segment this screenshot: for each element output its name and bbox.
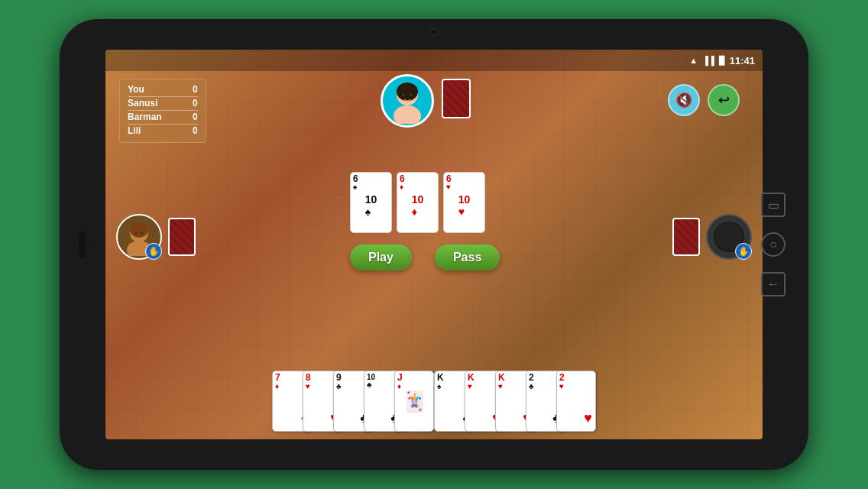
status-bar: ▲ ▐▐ ▉ 11:41 xyxy=(105,50,763,71)
player-name-sanusi: Sanusi xyxy=(128,98,170,108)
right-player-card xyxy=(672,218,700,256)
player-name-lili: Lili xyxy=(128,125,170,136)
battery-icon: ▉ xyxy=(719,56,725,66)
played-card-3: 6 ♥ 10♥ xyxy=(443,172,485,233)
svg-point-9 xyxy=(141,232,144,235)
top-player-area xyxy=(381,74,434,128)
player-name-barman: Barman xyxy=(128,112,170,122)
signal-icon: ▐▐ xyxy=(702,56,714,65)
player-score-you: 0 xyxy=(193,84,198,95)
svg-point-2 xyxy=(397,83,418,101)
svg-point-3 xyxy=(402,93,405,96)
wifi-icon: ▲ xyxy=(689,56,698,65)
left-player-card xyxy=(168,218,196,256)
center-played-cards: 6 ♠ 10♠ 6 ♦ 10♦ 6 ♥ 10♥ xyxy=(350,172,485,233)
top-player-card xyxy=(442,79,471,118)
svg-point-7 xyxy=(130,222,148,238)
right-player-area: ✋ xyxy=(672,214,752,260)
recents-button[interactable]: ▭ xyxy=(761,193,785,217)
player-name-you: You xyxy=(128,84,170,95)
score-row-sanusi: Sanusi 0 xyxy=(128,98,198,108)
left-player-hand-icon: ✋ xyxy=(145,243,162,260)
game-screen: ▲ ▐▐ ▉ 11:41 You 0 Sanusi 0 Barman 0 Lil xyxy=(105,50,763,439)
player-hand: 7 ♦ ♦ 8 ♥ ♥ 9 ♣ ♣ 10 ♣ ♣ xyxy=(272,371,596,432)
front-camera xyxy=(430,28,438,36)
score-row-you: You 0 xyxy=(128,84,198,95)
status-time: 11:41 xyxy=(730,55,755,66)
mute-button[interactable]: 🔇 xyxy=(668,84,700,116)
player-score-lili: 0 xyxy=(193,125,198,136)
action-buttons: 🔇 ↩ xyxy=(668,84,740,116)
speaker xyxy=(78,229,87,260)
score-panel: You 0 Sanusi 0 Barman 0 Lili 0 xyxy=(119,79,206,143)
svg-point-4 xyxy=(410,93,413,96)
game-action-buttons: Play Pass xyxy=(350,244,500,270)
player-score-barman: 0 xyxy=(193,112,198,122)
pass-button[interactable]: Pass xyxy=(435,244,500,270)
home-button[interactable]: ○ xyxy=(761,232,785,257)
nav-buttons: ▭ ○ ← xyxy=(761,193,785,296)
player-score-sanusi: 0 xyxy=(193,98,198,108)
played-card-1: 6 ♠ 10♠ xyxy=(350,172,392,233)
played-card-2: 6 ♦ 10♦ xyxy=(397,172,439,233)
play-button[interactable]: Play xyxy=(350,244,412,270)
hand-card-9[interactable]: 2 ♥ ♥ xyxy=(556,371,596,432)
right-player-hand-icon: ✋ xyxy=(735,243,752,260)
undo-button[interactable]: ↩ xyxy=(708,84,740,116)
score-row-barman: Barman 0 xyxy=(128,112,198,122)
hand-card-4[interactable]: J ♦ 🃏 xyxy=(394,371,434,432)
score-row-lili: Lili 0 xyxy=(128,125,198,136)
top-player-avatar xyxy=(381,74,434,128)
svg-point-1 xyxy=(394,105,421,124)
left-player-area: ✋ xyxy=(116,214,196,260)
back-button[interactable]: ← xyxy=(761,272,785,296)
svg-point-8 xyxy=(135,232,138,235)
phone-frame: ▲ ▐▐ ▉ 11:41 You 0 Sanusi 0 Barman 0 Lil xyxy=(60,19,808,470)
